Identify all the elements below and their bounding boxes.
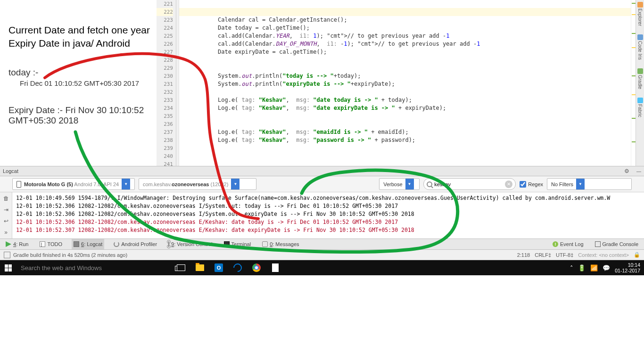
action-center-icon[interactable]: 💬 — [603, 264, 610, 272]
chevron-down-icon: ▼ — [231, 179, 239, 189]
chrome-icon[interactable] — [247, 260, 266, 275]
rail-fabric[interactable]: Fabric — [637, 98, 643, 117]
tab-todo[interactable]: TODO — [38, 239, 64, 249]
rail-explorer[interactable]: Explorer — [637, 2, 643, 26]
tab-profiler[interactable]: Android Profiler — [112, 239, 159, 249]
tab-logcat[interactable]: 6: Logcat — [72, 239, 104, 249]
hide-panel-icon[interactable]: — — [636, 169, 641, 174]
filter-dropdown[interactable]: No Filters ▼ — [547, 178, 632, 190]
today-label: today :- — [8, 67, 38, 78]
expiry-label: Expiry Date :- — [8, 105, 63, 115]
annotation-panel: Current Date and fetch one year Expiry D… — [0, 0, 157, 166]
task-view-icon[interactable] — [172, 260, 190, 275]
status-message: Gradle build finished in 4s 520ms (2 min… — [13, 252, 127, 258]
tab-run[interactable]: 4: Run — [4, 239, 30, 249]
wifi-icon[interactable]: 📶 — [590, 264, 598, 272]
line-gutter: 2212222232242252262272282292302312322332… — [157, 0, 176, 166]
taskbar-search[interactable]: Search the web and Windows — [16, 260, 172, 275]
regex-checkbox[interactable]: Regex — [520, 181, 543, 188]
chevron-down-icon: ▼ — [122, 179, 130, 189]
rail-gradle[interactable]: Gradle — [637, 68, 643, 89]
battery-icon[interactable]: 🔋 — [578, 264, 586, 272]
caret-pos[interactable]: 2:118 — [517, 252, 530, 258]
code-editor[interactable]: Calendar cal = Calendar.getInstance();Da… — [179, 0, 636, 166]
search-icon — [427, 181, 432, 187]
logcat-toolbar: Motorola Moto G (5) Android 7.0, API 24 … — [0, 176, 644, 192]
lock-icon[interactable]: 🔒 — [634, 252, 640, 258]
chevron-down-icon: ▼ — [405, 179, 414, 189]
start-button[interactable] — [0, 260, 16, 275]
gear-icon[interactable] — [624, 168, 631, 174]
tab-messages[interactable]: 0: Messages — [260, 239, 301, 249]
context-selector[interactable]: Context: <no context> — [578, 252, 629, 258]
logcat-side-toolbar: 🗑 ⇥ ↩ » — [0, 192, 12, 239]
rail-code-iris[interactable]: Code Iris — [637, 34, 643, 60]
logcat-header: Logcat — — [0, 166, 644, 176]
loglevel-dropdown[interactable]: Verbose ▼ — [379, 178, 420, 190]
notepad-icon[interactable] — [266, 260, 285, 275]
logcat-output[interactable]: 12-01 10:10:49.569 1594-1879/? I/WindowM… — [12, 192, 644, 239]
tab-terminal[interactable]: Terminal — [222, 239, 253, 249]
clear-icon[interactable]: ✕ — [505, 181, 512, 188]
tab-event-log[interactable]: !Event Log — [551, 241, 586, 247]
edge-icon[interactable] — [228, 260, 247, 275]
right-tool-rail: Explorer Code Iris Gradle Fabric — [636, 0, 644, 166]
device-dropdown[interactable]: Motorola Moto G (5) Android 7.0, API 24 … — [12, 178, 135, 190]
package-dropdown[interactable]: com.keshav.ozoneoverseas (12082) ▼ — [139, 178, 256, 190]
status-icon[interactable] — [4, 252, 10, 258]
tray-chevron-icon[interactable]: ˄ — [570, 264, 573, 272]
annot-title: Current Date and fetch one year Expiry D… — [8, 24, 152, 50]
chevron-down-icon: ▼ — [576, 179, 585, 189]
system-tray: ˄ 🔋 📶 💬 10:1401-12-2017 — [570, 260, 644, 275]
error-stripe[interactable] — [631, 0, 636, 166]
soft-wrap-icon[interactable]: ↩ — [3, 218, 9, 224]
phone-icon — [17, 181, 21, 188]
taskbar-clock[interactable]: 10:1401-12-2017 — [615, 262, 640, 273]
trash-icon[interactable]: 🗑 — [3, 195, 9, 202]
restart-icon[interactable]: » — [3, 229, 9, 236]
status-bar: Gradle build finished in 4s 520ms (2 min… — [0, 250, 644, 260]
tab-version-control[interactable]: 9: Version Control — [166, 239, 214, 249]
tab-gradle-console[interactable]: Gradle Console — [593, 241, 640, 247]
scroll-end-icon[interactable]: ⇥ — [3, 206, 9, 213]
line-separator[interactable]: CRLF‡ — [535, 252, 551, 258]
today-value: Fri Dec 01 10:10:52 GMT+05:30 2017 — [20, 79, 139, 87]
outlook-icon[interactable]: O — [209, 260, 228, 275]
file-explorer-icon[interactable] — [190, 260, 209, 275]
file-encoding[interactable]: UTF-8‡ — [556, 252, 573, 258]
log-search[interactable]: ✕ — [423, 178, 516, 190]
windows-taskbar: Search the web and Windows O ˄ 🔋 📶 💬 10:… — [0, 260, 644, 275]
log-search-input[interactable] — [434, 181, 505, 187]
logcat-title: Logcat — [3, 168, 18, 174]
bottom-tool-tabs: 4: Run TODO 6: Logcat Android Profiler 9… — [0, 239, 644, 250]
